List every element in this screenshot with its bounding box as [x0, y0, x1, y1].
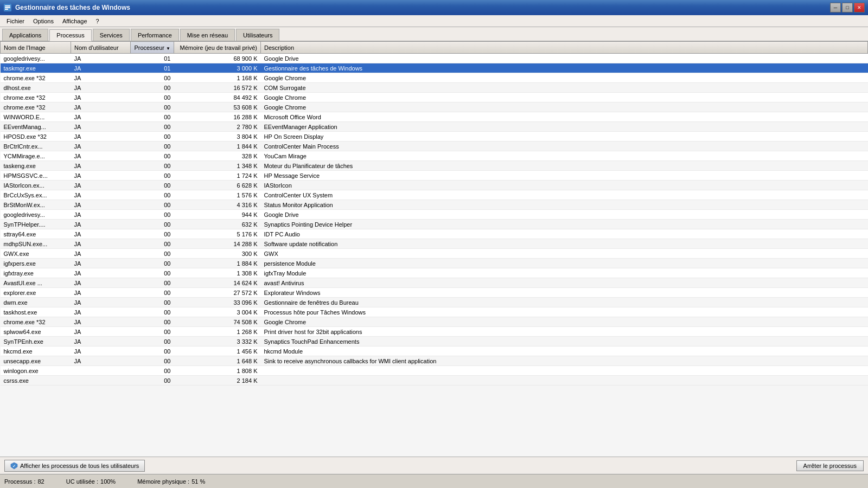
table-row[interactable]: AvastUI.exe ...JA0014 624 Kavast! Antivi… [1, 278, 868, 288]
table-row[interactable]: hkcmd.exeJA001 456 Khkcmd Module [1, 346, 868, 356]
cell-cpu: 00 [131, 102, 174, 112]
cell-description: Google Drive [261, 54, 868, 63]
cell-username: JA [71, 132, 131, 142]
cell-process-name: taskhost.exe [1, 307, 71, 317]
table-row[interactable]: chrome.exe *32JA0053 608 KGoogle Chrome [1, 102, 868, 112]
cell-process-name: EEventManag... [1, 122, 71, 132]
table-row[interactable]: SynTPEnh.exeJA003 332 KSynaptics TouchPa… [1, 337, 868, 346]
tab-applications[interactable]: Applications [2, 29, 48, 41]
table-row[interactable]: googledrivesy...JA00944 KGoogle Drive [1, 210, 868, 220]
cell-username: JA [71, 63, 131, 73]
menu-help[interactable]: ? [92, 17, 104, 25]
cell-cpu: 00 [131, 83, 174, 93]
cell-memory: 3 332 K [174, 337, 261, 346]
minimize-button[interactable]: ─ [830, 3, 841, 12]
cell-username: JA [71, 73, 131, 83]
table-row[interactable]: googledrivesy...JA0168 900 KGoogle Drive [1, 54, 868, 63]
table-row[interactable]: csrss.exe002 184 K [1, 376, 868, 386]
cell-description: Synaptics Pointing Device Helper [261, 220, 868, 229]
col-header-name[interactable]: Nom de l'Image [1, 42, 71, 54]
cell-cpu: 00 [131, 132, 174, 142]
table-row[interactable]: BrCcUxSys.ex...JA001 576 KControlCenter … [1, 190, 868, 200]
table-row[interactable]: winlogon.exe001 808 K [1, 366, 868, 376]
table-row[interactable]: HPOSD.exe *32JA003 804 KHP On Screen Dis… [1, 132, 868, 142]
cpu-value: 100% [100, 478, 116, 485]
svg-rect-2 [5, 7, 10, 8]
maximize-button[interactable]: □ [842, 3, 853, 12]
table-row[interactable]: IAStorIcon.ex...JA006 628 KIAStorIcon [1, 181, 868, 190]
table-row[interactable]: splwow64.exeJA001 268 KPrint driver host… [1, 327, 868, 337]
cell-username: JA [71, 298, 131, 307]
table-row[interactable]: YCMMirage.e...JA00328 KYouCam Mirage [1, 151, 868, 161]
cell-memory: 33 096 K [174, 298, 261, 307]
show-all-processes-button[interactable]: ✓ Afficher les processus de tous les uti… [4, 460, 145, 472]
cell-cpu: 00 [131, 171, 174, 181]
table-row[interactable]: BrStMonW.ex...JA004 316 KStatus Monitor … [1, 200, 868, 210]
table-row[interactable]: chrome.exe *32JA001 168 KGoogle Chrome [1, 73, 868, 83]
table-row[interactable]: HPMSGSVC.e...JA001 724 KHP Message Servi… [1, 171, 868, 181]
tab-performance[interactable]: Performance [131, 29, 179, 41]
tab-utilisateurs[interactable]: Utilisateurs [236, 29, 279, 41]
table-row[interactable]: unsecapp.exeJA001 648 KSink to receive a… [1, 356, 868, 366]
cell-cpu: 00 [131, 376, 174, 386]
cell-process-name: HPOSD.exe *32 [1, 132, 71, 142]
cell-memory: 16 288 K [174, 112, 261, 122]
menu-fichier[interactable]: Fichier [2, 17, 29, 25]
table-row[interactable]: sttray64.exeJA005 176 KIDT PC Audio [1, 229, 868, 239]
table-row[interactable]: taskmgr.exeJA013 000 KGestionnaire des t… [1, 63, 868, 73]
tab-reseau[interactable]: Mise en réseau [180, 29, 235, 41]
table-row[interactable]: dlhost.exeJA0016 572 KCOM Surrogate [1, 83, 868, 93]
close-button[interactable]: ✕ [854, 3, 865, 12]
cell-process-name: GWX.exe [1, 249, 71, 259]
cell-cpu: 00 [131, 210, 174, 220]
table-row[interactable]: taskhost.exeJA003 004 KProcessus hôte po… [1, 307, 868, 317]
tabbar: Applications Processus Services Performa… [0, 27, 868, 41]
tab-services[interactable]: Services [93, 29, 130, 41]
cell-description: YouCam Mirage [261, 151, 868, 161]
tab-processus[interactable]: Processus [49, 29, 91, 41]
process-table-container[interactable]: Nom de l'Image Nom d'utilisateur Process… [0, 41, 868, 457]
table-row[interactable]: dwm.exeJA0033 096 KGestionnaire de fenêt… [1, 298, 868, 307]
table-row[interactable]: SynTPHelper....JA00632 KSynaptics Pointi… [1, 220, 868, 229]
cell-memory: 84 492 K [174, 93, 261, 102]
cell-cpu: 00 [131, 259, 174, 268]
cell-cpu: 00 [131, 288, 174, 298]
cell-memory: 14 288 K [174, 239, 261, 249]
cell-process-name: YCMMirage.e... [1, 151, 71, 161]
cell-memory: 1 808 K [174, 366, 261, 376]
cell-cpu: 00 [131, 346, 174, 356]
end-process-button[interactable]: Arrêter le processus [796, 460, 864, 471]
col-header-cpu[interactable]: Processeur ▼ [131, 42, 174, 54]
cell-process-name: explorer.exe [1, 288, 71, 298]
cell-memory: 328 K [174, 151, 261, 161]
table-row[interactable]: GWX.exeJA00300 KGWX [1, 249, 868, 259]
cell-username [71, 376, 131, 386]
cell-username: JA [71, 122, 131, 132]
cell-description: persistence Module [261, 259, 868, 268]
cell-process-name: dlhost.exe [1, 83, 71, 93]
table-row[interactable]: igfxpers.exeJA001 884 Kpersistence Modul… [1, 259, 868, 268]
cell-process-name: SynTPHelper.... [1, 220, 71, 229]
col-header-mem[interactable]: Mémoire (jeu de travail privé) [174, 42, 261, 54]
table-row[interactable]: WINWORD.E...JA0016 288 KMicrosoft Office… [1, 112, 868, 122]
table-row[interactable]: chrome.exe *32JA0084 492 KGoogle Chrome [1, 93, 868, 102]
cell-process-name: igfxtray.exe [1, 268, 71, 278]
menu-options[interactable]: Options [29, 17, 58, 25]
table-row[interactable]: EEventManag...JA002 780 KEEventManager A… [1, 122, 868, 132]
table-row[interactable]: mdhpSUN.exe...JA0014 288 KSoftware updat… [1, 239, 868, 249]
cell-memory: 6 628 K [174, 181, 261, 190]
table-row[interactable]: igfxtray.exeJA001 308 KigfxTray Module [1, 268, 868, 278]
col-header-user[interactable]: Nom d'utilisateur [71, 42, 131, 54]
menu-affichage[interactable]: Affichage [58, 17, 92, 25]
cell-process-name: BrStMonW.ex... [1, 200, 71, 210]
table-row[interactable]: explorer.exeJA0027 572 KExplorateur Wind… [1, 288, 868, 298]
cell-cpu: 00 [131, 190, 174, 200]
cell-process-name: HPMSGSVC.e... [1, 171, 71, 181]
table-row[interactable]: chrome.exe *32JA0074 508 KGoogle Chrome [1, 317, 868, 327]
cell-process-name: IAStorIcon.ex... [1, 181, 71, 190]
table-row[interactable]: taskeng.exeJA001 348 KMoteur du Planific… [1, 161, 868, 171]
table-row[interactable]: BrCtrlCntr.ex...JA001 844 KControlCenter… [1, 142, 868, 151]
cell-description: Microsoft Office Word [261, 112, 868, 122]
status-memory: Mémoire physique : 51 % [137, 478, 205, 485]
col-header-desc[interactable]: Description [261, 42, 868, 54]
